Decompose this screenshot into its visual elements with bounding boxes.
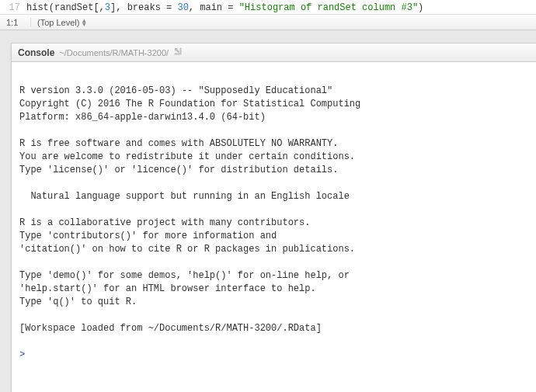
r-startup-text: R version 3.3.0 (2016-05-03) -- "Suppose… xyxy=(19,85,360,334)
popout-icon[interactable] xyxy=(173,47,183,58)
console-output[interactable]: R version 3.3.0 (2016-05-03) -- "Suppose… xyxy=(12,62,536,392)
console-title: Console xyxy=(18,47,54,58)
code-text: hist(randSet[,3], breaks = 30, main = "H… xyxy=(26,2,423,14)
console-path: ~/Documents/R/MATH-3200/ xyxy=(59,48,169,57)
updown-icon: ▴▾ xyxy=(82,19,86,26)
console-tab-bar: Console ~/Documents/R/MATH-3200/ xyxy=(12,43,536,62)
code-line[interactable]: 17 hist(randSet[,3], breaks = 30, main =… xyxy=(0,0,536,14)
console-pane: Console ~/Documents/R/MATH-3200/ R versi… xyxy=(11,43,536,392)
line-number: 17 xyxy=(0,2,26,14)
editor-pane: 17 hist(randSet[,3], breaks = 30, main =… xyxy=(0,0,536,30)
pane-gap xyxy=(0,30,536,43)
console-prompt: > xyxy=(19,349,25,360)
cursor-position: 1:1 xyxy=(0,18,31,27)
scope-label: (Top Level) xyxy=(37,18,79,27)
scope-selector[interactable]: (Top Level) ▴▾ xyxy=(31,18,92,27)
editor-statusbar: 1:1 (Top Level) ▴▾ xyxy=(0,14,536,29)
